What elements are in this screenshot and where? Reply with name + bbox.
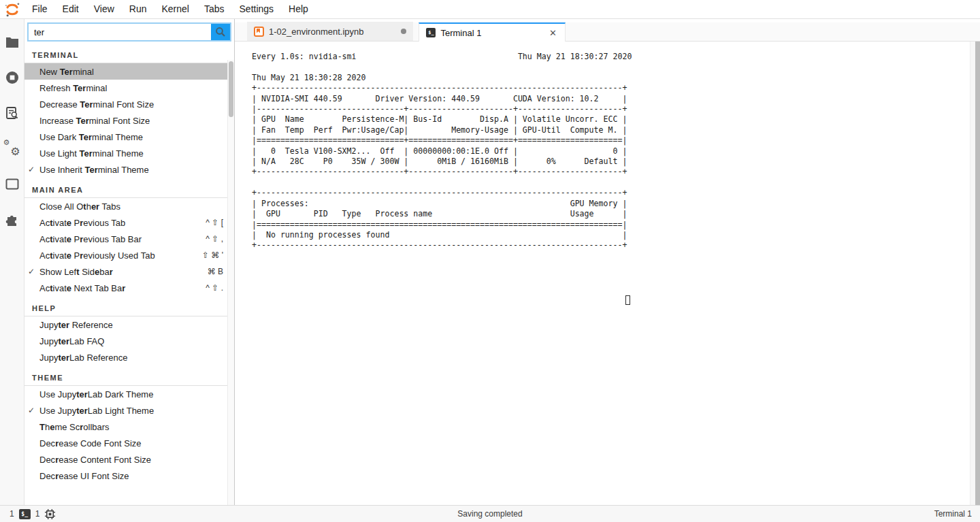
- palette-item[interactable]: Decrease UI Font Size: [24, 468, 227, 484]
- menu-view[interactable]: View: [86, 0, 122, 18]
- palette-item-label: Theme Scrollbars: [39, 422, 110, 432]
- palette-item-label: Activate Previous Tab: [39, 218, 125, 228]
- close-tab-icon[interactable]: ✕: [547, 28, 558, 38]
- palette-section-header: MAIN AREA: [24, 178, 227, 198]
- palette-item-label: Use JupyterLab Dark Theme: [39, 389, 153, 399]
- palette-item[interactable]: New Terminal: [24, 63, 227, 80]
- palette-item[interactable]: Activate Next Tab Bar^ ⇧ .: [24, 280, 227, 296]
- menu-file[interactable]: File: [24, 0, 55, 18]
- terminal-cursor: [625, 295, 630, 305]
- palette-item-label: Activate Previous Tab Bar: [39, 234, 142, 244]
- palette-scrollbar: [227, 60, 234, 505]
- terminal-scrollbar-track: [970, 42, 975, 505]
- palette-item-label: Decrease Terminal Font Size: [39, 99, 154, 110]
- keyboard-shortcut: ^ ⇧ .: [206, 283, 223, 293]
- palette-item-label: Show Left Sidebar: [39, 267, 113, 277]
- tab-terminal[interactable]: $_Terminal 1✕: [419, 22, 566, 42]
- dock-right-scrollbar[interactable]: [975, 42, 980, 505]
- palette-scrollbar-thumb[interactable]: [229, 61, 233, 117]
- palette-item-label: Use JupyterLab Light Theme: [39, 406, 154, 416]
- palette-item[interactable]: Increase Terminal Font Size: [24, 112, 227, 129]
- left-sidebar-toolbar: ⚙⚙: [0, 19, 24, 505]
- palette-item-label: Decrease Code Font Size: [39, 438, 142, 448]
- palette-item-label: New Terminal: [39, 67, 94, 77]
- menu-bar-items: FileEditViewRunKernelTabsSettingsHelp: [24, 0, 316, 18]
- palette-item[interactable]: Decrease Content Font Size: [24, 451, 227, 468]
- palette-item-label: Use Dark Terminal Theme: [39, 132, 143, 142]
- running-sessions-icon[interactable]: [0, 60, 24, 95]
- palette-item[interactable]: Use Dark Terminal Theme: [24, 129, 227, 145]
- tab-notebook[interactable]: 1-02_environment.ipynb: [247, 22, 413, 41]
- palette-item-label: JupyterLab FAQ: [39, 336, 104, 346]
- check-icon: ✓: [28, 406, 37, 415]
- palette-item[interactable]: Close All Other Tabs: [24, 198, 227, 214]
- palette-item[interactable]: Decrease Code Font Size: [24, 435, 227, 451]
- palette-item-label: Activate Previously Used Tab: [39, 250, 155, 261]
- menu-help[interactable]: Help: [281, 0, 316, 18]
- palette-item-label: Increase Terminal Font Size: [39, 116, 150, 126]
- search-icon: [215, 27, 226, 37]
- menu-edit[interactable]: Edit: [55, 0, 86, 18]
- file-browser-icon[interactable]: [0, 25, 24, 60]
- palette-item[interactable]: ✓Use Inherit Terminal Theme: [24, 161, 227, 178]
- command-palette-icon[interactable]: [0, 95, 24, 131]
- open-tabs-icon[interactable]: [0, 166, 24, 201]
- palette-item[interactable]: ✓Show Left Sidebar⌘ B: [24, 263, 227, 280]
- palette-item-label: Use Light Terminal Theme: [39, 148, 144, 159]
- palette-item[interactable]: Use Light Terminal Theme: [24, 145, 227, 161]
- palette-item[interactable]: Activate Previous Tab Bar^ ⇧ ,: [24, 231, 227, 247]
- palette-item[interactable]: Activate Previously Used Tab⇧ ⌘ ': [24, 247, 227, 263]
- terminal-viewport[interactable]: Every 1.0s: nvidia-smi Thu May 21 18:30:…: [235, 42, 980, 505]
- extension-manager-icon[interactable]: [0, 201, 24, 237]
- keyboard-shortcut: ⇧ ⌘ ': [202, 250, 223, 260]
- menu-settings[interactable]: Settings: [232, 0, 282, 18]
- palette-item-label: JupyterLab Reference: [39, 353, 127, 363]
- check-icon: ✓: [28, 267, 37, 276]
- palette-item-label: Refresh Terminal: [39, 83, 107, 93]
- palette-section-header: TERMINAL: [24, 43, 227, 63]
- check-icon: ✓: [28, 165, 37, 174]
- keyboard-shortcut: ⌘ B: [208, 267, 223, 276]
- palette-item-label: Close All Other Tabs: [39, 201, 120, 212]
- palette-item[interactable]: ✓Use JupyterLab Light Theme: [24, 402, 227, 419]
- keyboard-shortcut: ^ ⇧ ,: [206, 234, 223, 244]
- palette-item-label: Decrease Content Font Size: [39, 455, 151, 465]
- search-button[interactable]: [211, 24, 230, 40]
- notebook-icon: [254, 27, 264, 37]
- main-dock-panel: 1-02_environment.ipynb$_Terminal 1✕ Ever…: [235, 19, 980, 505]
- menu-run[interactable]: Run: [122, 0, 154, 18]
- command-search-input[interactable]: [29, 24, 211, 40]
- tab-label: Terminal 1: [440, 28, 481, 38]
- terminal-output: Every 1.0s: nvidia-smi Thu May 21 18:30:…: [235, 42, 980, 251]
- status-message: Saving completed: [0, 509, 980, 519]
- menu-tabs[interactable]: Tabs: [197, 0, 232, 18]
- dock-tab-bar: 1-02_environment.ipynb$_Terminal 1✕: [235, 22, 980, 42]
- property-inspector-icon[interactable]: ⚙⚙: [0, 131, 24, 166]
- command-search-box: [27, 22, 231, 42]
- tab-label: 1-02_environment.ipynb: [269, 27, 363, 37]
- keyboard-shortcut: ^ ⇧ [: [206, 218, 223, 227]
- status-context: Terminal 1: [934, 509, 980, 519]
- status-bar: 1 $_ 1 Saving completed Terminal 1: [0, 505, 980, 522]
- palette-item[interactable]: JupyterLab Reference: [24, 349, 227, 365]
- terminal-icon: $_: [426, 28, 436, 37]
- palette-item-label: Activate Next Tab Bar: [39, 283, 125, 293]
- palette-section-header: THEME: [24, 365, 227, 386]
- command-palette-list: TERMINALNew TerminalRefresh TerminalDecr…: [24, 43, 234, 505]
- palette-item-label: Jupyter Reference: [39, 320, 113, 330]
- jupyter-logo-icon: [0, 0, 24, 19]
- palette-item-label: Use Inherit Terminal Theme: [39, 165, 149, 175]
- palette-item[interactable]: Theme Scrollbars: [24, 419, 227, 435]
- palette-item[interactable]: Activate Previous Tab^ ⇧ [: [24, 214, 227, 231]
- menu-bar: FileEditViewRunKernelTabsSettingsHelp: [0, 0, 980, 19]
- palette-item[interactable]: JupyterLab FAQ: [24, 333, 227, 349]
- palette-item[interactable]: Use JupyterLab Dark Theme: [24, 386, 227, 402]
- palette-item[interactable]: Refresh Terminal: [24, 80, 227, 96]
- unsaved-changes-dot: [401, 29, 406, 34]
- palette-section-header: HELP: [24, 296, 227, 316]
- palette-item[interactable]: Decrease Terminal Font Size: [24, 96, 227, 112]
- menu-kernel[interactable]: Kernel: [154, 0, 196, 18]
- command-palette: TERMINALNew TerminalRefresh TerminalDecr…: [24, 19, 235, 505]
- palette-item[interactable]: Jupyter Reference: [24, 316, 227, 333]
- palette-item-label: Decrease UI Font Size: [39, 471, 129, 481]
